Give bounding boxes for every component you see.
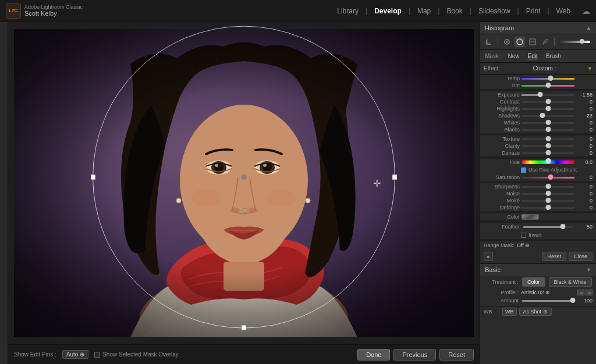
highlights-thumb[interactable] [545,106,551,111]
exposure-track[interactable] [522,94,574,96]
bw-treatment-btn[interactable]: Black & White [549,277,592,287]
dehaze-thumb[interactable] [545,150,551,155]
texture-track[interactable] [522,138,574,140]
feather-row: Feather 50 [480,223,596,231]
feather-thumb[interactable] [560,224,566,229]
shadows-thumb[interactable] [540,113,545,118]
noise-track[interactable] [522,193,574,195]
sharpness-slider-row: Sharpness 0 [480,183,596,190]
as-shot-select[interactable]: As Shot ⊕ [519,308,552,316]
logo-icon: LrC [6,3,21,19]
svg-point-23 [517,39,523,45]
shadows-track[interactable] [522,115,574,117]
mask-checkbox[interactable] [94,352,100,358]
nav-web[interactable]: Web [551,5,576,17]
grad-filter-icon[interactable] [527,37,538,47]
defringe-thumb[interactable] [545,205,551,210]
center-area: ✛ Show Edit Pins : Auto ⊕ Show Selected … [8,22,480,364]
nav-print[interactable]: Print [520,5,547,17]
left-panel [0,22,8,364]
exposure-quick-slider[interactable] [560,41,590,43]
nav-library[interactable]: Library [331,5,364,17]
basic-header[interactable]: Basic ▼ [480,264,596,276]
amount-thumb[interactable] [570,298,576,303]
color-treatment-btn[interactable]: Color [522,277,545,287]
mask-new-btn[interactable]: New [505,52,522,60]
whites-thumb[interactable] [545,120,551,125]
radial-filter-icon[interactable] [515,37,525,47]
panel-square-btn-1[interactable]: ■ [484,252,493,261]
clarity-thumb[interactable] [545,143,551,148]
tint-track[interactable] [522,85,574,87]
noise-thumb[interactable] [545,191,551,196]
crop-tool-icon[interactable] [484,37,494,47]
color-swatch[interactable] [522,214,539,220]
profile-icons: ⊞ ⊟ [577,290,593,295]
blacks-label: Blacks [484,127,520,133]
saturation-thumb[interactable] [548,174,554,180]
shadows-label: Shadows [484,113,520,119]
nav-slideshow[interactable]: Slideshow [473,5,516,17]
mask-overlay-label: Show Selected Mask Overlay [102,351,179,358]
panel-reset-btn[interactable]: Reset [542,252,566,261]
blacks-track[interactable] [522,129,574,131]
highlights-track[interactable] [522,108,574,110]
contrast-thumb[interactable] [545,99,551,104]
blacks-slider-row: Blacks 0 [480,126,596,133]
dehaze-track[interactable] [522,152,574,154]
whites-track[interactable] [522,122,574,124]
exposure-label: Exposure [484,92,520,98]
contrast-track[interactable] [522,101,574,103]
mask-brush-btn[interactable]: Brush [544,52,563,60]
photo-area[interactable]: ✛ [8,22,480,344]
amount-track[interactable] [522,300,573,302]
blacks-thumb[interactable] [545,127,551,132]
clarity-track[interactable] [522,145,574,147]
color-label: Color [484,214,520,220]
sharpness-track[interactable] [522,186,574,188]
mask-edit-btn[interactable]: Edit [525,52,540,60]
exposure-thumb[interactable] [537,92,542,97]
profile-icon-grid-1[interactable]: ⊞ [577,290,584,295]
whites-label: Whites [484,120,520,126]
texture-thumb[interactable] [545,136,551,141]
spot-heal-icon[interactable] [502,37,512,47]
auto-dropdown[interactable]: Auto ⊕ [62,350,88,359]
tint-thumb[interactable] [545,83,551,88]
contrast-slider-row: Contrast 0 [480,98,596,105]
nav-map[interactable]: Map [411,5,437,17]
amount-fill [522,300,573,302]
saturation-value: 0 [576,174,593,180]
temp-track[interactable] [522,78,574,80]
tint-slider-row: Tint [480,82,596,89]
moire-thumb[interactable] [545,198,551,203]
invert-checkbox[interactable] [521,233,526,238]
sharpness-thumb[interactable] [545,184,551,189]
fine-adjustment-checkbox[interactable] [521,167,526,173]
previous-button[interactable]: Previous [393,349,436,361]
saturation-track[interactable] [522,177,574,179]
feather-track[interactable] [523,226,573,228]
reset-button[interactable]: Reset [439,349,474,361]
whites-slider-row: Whites 0 [480,119,596,126]
done-button[interactable]: Done [357,349,390,361]
nav-develop[interactable]: Develop [368,5,407,17]
nav-book[interactable]: Book [441,5,468,17]
effect-dropdown-arrow[interactable]: ▼ [587,66,593,72]
moire-track[interactable] [522,200,574,202]
shadows-slider-row: Shadows -23 [480,112,596,119]
defringe-track[interactable] [522,207,574,209]
brush-tool-icon[interactable] [540,37,551,47]
exposure-value: -1.56 [576,92,593,98]
range-mask-value[interactable]: Off ⊕ [517,242,530,248]
effect-row: Effect : Custom : ▼ [484,65,593,72]
profile-icon-grid-2[interactable]: ⊟ [586,290,593,295]
cloud-icon[interactable]: ☁ [582,6,590,16]
hue-thumb[interactable] [545,158,551,163]
panel-close-btn[interactable]: Close [569,252,593,261]
profile-value[interactable]: Artistic 02 ⊕ [521,290,550,295]
effect-value: Custom : [533,65,556,72]
histogram-header[interactable]: Histogram ▲ [480,22,596,34]
hue-track[interactable] [522,160,574,164]
temp-thumb[interactable] [548,76,554,81]
